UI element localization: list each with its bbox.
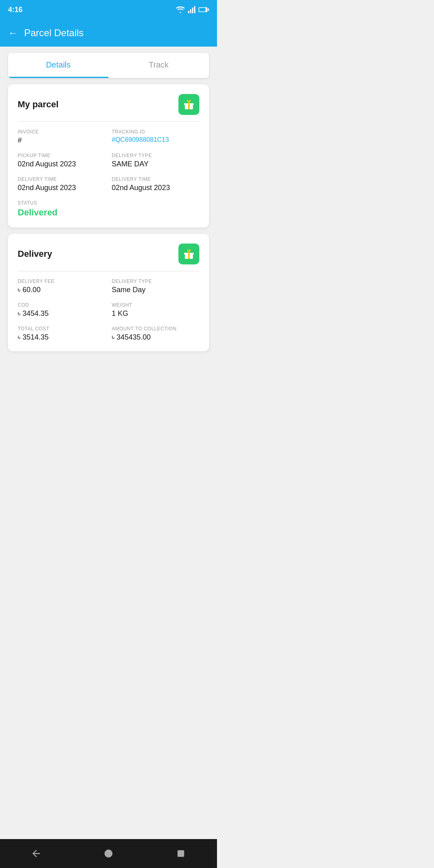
svg-rect-2 [199, 8, 206, 12]
amount-collection-value: ৳ 345435.00 [112, 333, 199, 342]
parcel-divider [18, 121, 199, 122]
status-item: STATUS Delivered [18, 200, 199, 218]
delivery-gift-svg [182, 248, 195, 260]
tab-bar: Details Track [8, 53, 209, 78]
delivery-type-value: SAME DAY [112, 160, 199, 168]
delivery-info-grid: DELIVERY FEE ৳ 60.00 DELIVERY TYPE Same … [18, 278, 199, 342]
status-bar: 4:16 [0, 0, 217, 19]
total-cost-label: TOTAL COST [18, 326, 105, 332]
delivery-time-right-item: DELIVERY TIME 02nd August 2023 [112, 176, 199, 192]
svg-point-12 [188, 252, 190, 254]
parcel-gift-icon [178, 94, 199, 115]
delivery-time-left-label: DELIVERY TIME [18, 176, 105, 182]
cod-value: ৳ 3454.35 [18, 309, 105, 318]
delivery-type2-label: DELIVERY TYPE [112, 278, 199, 284]
delivery-fee-item: DELIVERY FEE ৳ 60.00 [18, 278, 105, 294]
parcel-card: My parcel INVOICE # TRACKING ID #QC69098… [8, 84, 209, 227]
delivery-card: Delivery DELIVERY FEE ৳ 60.00 DELIVERY T… [8, 234, 209, 351]
delivery-card-header: Delivery [18, 244, 199, 264]
invoice-item: INVOICE # [18, 129, 105, 145]
status-value: Delivered [18, 207, 199, 218]
battery-icon [199, 7, 209, 12]
delivery-time-left-value: 02nd August 2023 [18, 184, 105, 192]
total-cost-value: ৳ 3514.35 [18, 333, 105, 342]
pickup-time-item: PICKUP TIME 02nd August 2023 [18, 153, 105, 168]
tracking-id-item: TRACKING ID #QC690988081C13 [112, 129, 199, 145]
delivery-card-title: Delivery [18, 249, 52, 259]
weight-value: 1 KG [112, 309, 199, 318]
cod-label: COD [18, 302, 105, 308]
delivery-time-right-label: DELIVERY TIME [112, 176, 199, 182]
status-label: STATUS [18, 200, 199, 206]
delivery-gift-icon [178, 244, 199, 264]
cod-item: COD ৳ 3454.35 [18, 302, 105, 318]
weight-item: WEIGHT 1 KG [112, 302, 199, 318]
delivery-time-right-value: 02nd August 2023 [112, 184, 199, 192]
parcel-card-header: My parcel [18, 94, 199, 115]
tab-track[interactable]: Track [108, 53, 209, 78]
delivery-fee-value: ৳ 60.00 [18, 286, 105, 294]
signal-icon [188, 6, 195, 13]
parcel-card-title: My parcel [18, 99, 59, 110]
svg-point-8 [188, 102, 190, 104]
total-cost-item: TOTAL COST ৳ 3514.35 [18, 326, 105, 342]
delivery-type2-item: DELIVERY TYPE Same Day [112, 278, 199, 294]
status-time: 4:16 [8, 6, 23, 14]
delivery-time-left-item: DELIVERY TIME 02nd August 2023 [18, 176, 105, 192]
wifi-icon [176, 6, 185, 13]
pickup-time-value: 02nd August 2023 [18, 160, 105, 168]
delivery-type-label: DELIVERY TYPE [112, 153, 199, 158]
svg-rect-6 [188, 103, 190, 109]
tracking-id-value: #QC690988081C13 [112, 136, 199, 143]
amount-collection-label: AMOUNT TO COLLECTION [112, 326, 199, 332]
page-title: Parcel Details [24, 27, 84, 39]
amount-collection-item: AMOUNT TO COLLECTION ৳ 345435.00 [112, 326, 199, 342]
status-icons [176, 6, 209, 13]
invoice-value: # [18, 136, 105, 145]
pickup-time-label: PICKUP TIME [18, 153, 105, 158]
svg-rect-3 [208, 8, 209, 11]
invoice-label: INVOICE [18, 129, 105, 135]
weight-label: WEIGHT [112, 302, 199, 308]
tab-details[interactable]: Details [8, 53, 108, 78]
delivery-fee-label: DELIVERY FEE [18, 278, 105, 284]
parcel-info-grid: INVOICE # TRACKING ID #QC690988081C13 PI… [18, 129, 199, 218]
app-bar: ← Parcel Details [0, 19, 217, 47]
delivery-type2-value: Same Day [112, 286, 199, 294]
delivery-type-item: DELIVERY TYPE SAME DAY [112, 153, 199, 168]
svg-rect-11 [188, 253, 190, 259]
back-button[interactable]: ← [8, 27, 18, 39]
delivery-divider [18, 271, 199, 271]
tracking-id-label: TRACKING ID [112, 129, 199, 135]
gift-svg [182, 98, 195, 111]
